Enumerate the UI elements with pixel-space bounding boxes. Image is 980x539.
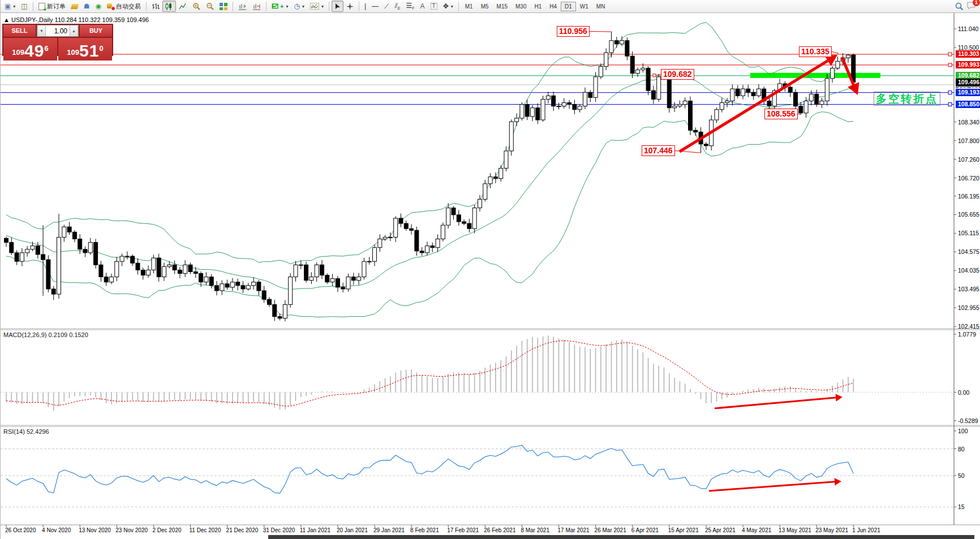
candle-body — [420, 251, 424, 253]
candle-body — [225, 284, 229, 287]
candle-body — [304, 265, 308, 280]
candle-body — [736, 89, 740, 96]
candle-body — [236, 282, 240, 286]
sell-button[interactable]: SELL — [3, 25, 36, 37]
candle-body — [673, 106, 677, 108]
annotation-price-label[interactable]: 110.956 — [557, 26, 590, 37]
chart-canvas[interactable] — [1, 0, 980, 539]
candle-body — [746, 89, 750, 92]
candle-body — [373, 248, 377, 261]
candle-body — [636, 70, 640, 74]
annotation-connector — [832, 52, 839, 54]
macd-trend-arrow[interactable] — [715, 398, 836, 408]
candle-body — [788, 87, 792, 92]
candle-body — [394, 218, 398, 238]
annotation-price-label[interactable]: 109.682 — [661, 69, 694, 80]
horizontal-scrollbar[interactable] — [268, 535, 974, 539]
candle-body — [152, 258, 156, 270]
macd-main-value: 0.2109 — [48, 331, 67, 338]
candle-body — [614, 41, 618, 44]
candle-body — [257, 282, 261, 291]
candle-body — [99, 265, 103, 277]
annotation-price-label[interactable]: 108.556 — [764, 109, 798, 119]
candle-body — [646, 68, 650, 91]
candle-body — [820, 101, 824, 104]
candle-body — [472, 208, 476, 229]
candle-body — [125, 256, 129, 257]
candle-body — [715, 110, 719, 120]
candle-body — [36, 246, 40, 255]
annotation-price-label[interactable]: 110.335 — [799, 46, 832, 57]
candle-body — [199, 273, 203, 282]
candle-body — [188, 265, 192, 271]
candle-body — [183, 265, 187, 273]
hline-marker[interactable] — [948, 91, 952, 94]
volume-down-button[interactable]: ▼ — [37, 25, 46, 36]
candle-body — [757, 89, 760, 96]
candle-body — [120, 256, 124, 261]
candle-body — [57, 237, 61, 294]
volume-input[interactable] — [46, 25, 70, 36]
candle-body — [431, 246, 435, 248]
candle-body — [246, 286, 250, 289]
candle-body — [220, 284, 224, 291]
candle-body — [230, 282, 234, 287]
turning-point-note[interactable]: 多空转折点 — [874, 92, 940, 106]
candle-body — [209, 277, 213, 286]
candle-body — [330, 279, 334, 282]
buy-price-sup: 0 — [99, 38, 103, 59]
candle-body — [531, 108, 535, 117]
candle-body — [215, 286, 219, 291]
one-click-trading-panel: SELL ▼ ▲ BUY 109496 109510 — [2, 24, 113, 56]
candle-body — [346, 277, 350, 289]
candle-body — [536, 108, 540, 120]
candle-body — [425, 246, 429, 253]
buy-price-handle: 109 — [67, 46, 79, 59]
candle-body — [83, 249, 87, 253]
candle-body — [583, 92, 587, 106]
candle-body — [641, 68, 645, 70]
hline-marker[interactable] — [948, 103, 952, 106]
buy-price[interactable]: 109510 — [58, 38, 112, 61]
candle-body — [620, 41, 624, 44]
candle-body — [31, 246, 35, 249]
candle-body — [404, 223, 408, 228]
candle-body — [110, 277, 114, 282]
sell-price[interactable]: 109496 — [3, 38, 57, 61]
rsi-line — [6, 445, 853, 493]
candle-body — [552, 96, 556, 106]
candle-body — [452, 208, 455, 215]
candle-body — [147, 270, 151, 275]
candle-body — [515, 118, 519, 122]
bollinger-upper-band — [6, 23, 853, 264]
candle-body — [667, 75, 671, 108]
volume-up-button[interactable]: ▲ — [70, 25, 78, 36]
candle-body — [499, 168, 503, 178]
hline-marker[interactable] — [948, 63, 952, 67]
candle-body — [504, 151, 508, 169]
candle-body — [51, 289, 55, 294]
buy-button[interactable]: BUY — [80, 25, 112, 37]
macd-signal-line — [6, 340, 853, 406]
candle-body — [204, 277, 208, 282]
annotation-connector — [590, 32, 612, 32]
candle-body — [651, 90, 655, 99]
annotation-price-label[interactable]: 107.446 — [642, 145, 675, 156]
candle-body — [493, 177, 497, 179]
candle-body — [294, 265, 298, 277]
candle-body — [525, 105, 529, 117]
rsi-trend-arrow[interactable] — [709, 482, 835, 491]
candle-body — [136, 263, 140, 270]
sell-price-sup: 6 — [44, 38, 48, 59]
candle-body — [573, 105, 577, 110]
candle-body — [357, 277, 361, 281]
candle-body — [131, 256, 135, 263]
candle-body — [467, 223, 471, 228]
candle-body — [625, 41, 629, 56]
candle-body — [241, 286, 245, 289]
candle-body — [441, 225, 445, 239]
candle-body — [488, 177, 492, 184]
macd-label: MACD(12,26,9) 0.2109 0.1520 — [3, 331, 88, 338]
hline-marker[interactable] — [948, 53, 952, 56]
candle-body — [588, 92, 592, 97]
